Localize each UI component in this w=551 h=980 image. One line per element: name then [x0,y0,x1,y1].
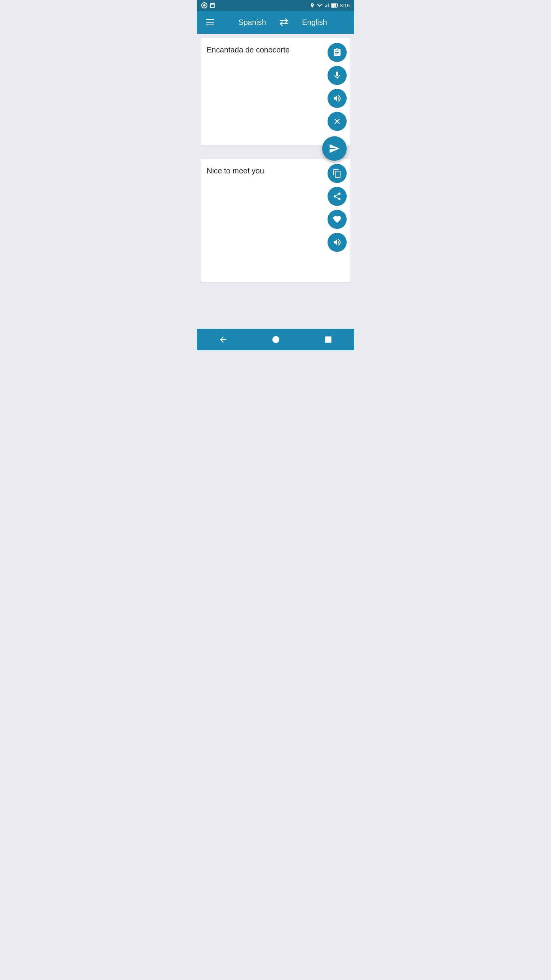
notification-icon [201,2,207,8]
speaker-icon [333,94,342,103]
copy-button[interactable] [328,164,347,183]
swap-languages-button[interactable] [274,15,294,30]
svg-rect-7 [325,336,331,343]
home-button[interactable] [267,331,285,348]
clipboard-icon [333,48,342,57]
time-display: 8:16 [340,3,350,8]
status-right-icons: ⚡ 8:16 [310,3,350,8]
close-icon [333,117,342,126]
menu-button[interactable] [203,16,217,28]
translate-button[interactable] [322,136,347,161]
output-text: Nice to meet you [207,165,346,176]
recents-icon [324,335,333,344]
back-button[interactable] [214,330,232,349]
microphone-button[interactable] [328,66,347,85]
favorite-button[interactable] [328,210,347,229]
sim-card-icon [210,3,215,8]
input-text: Encantada de conocerte [207,44,346,55]
svg-rect-3 [337,5,338,7]
clipboard-button[interactable] [328,43,347,62]
status-left-icons [201,2,215,8]
bottom-nav [197,329,354,350]
output-speaker-button[interactable] [328,233,347,252]
clear-button[interactable] [328,112,347,131]
target-language-button[interactable]: English [294,15,335,30]
svg-point-6 [272,336,279,343]
output-card: Nice to meet you [201,159,350,282]
copy-icon [333,169,342,178]
back-icon [218,335,228,344]
input-card: Encantada de conocerte [201,38,350,145]
svg-text:⚡: ⚡ [333,4,336,7]
main-content: Encantada de conocerte [197,34,354,329]
nav-center: Spanish English [217,15,348,30]
input-card-actions [328,43,347,131]
output-speaker-icon [333,238,342,247]
location-icon [310,3,315,8]
home-icon [272,335,280,344]
recents-button[interactable] [320,331,337,348]
battery-icon: ⚡ [331,3,339,8]
svg-rect-1 [211,5,214,7]
nav-bar: Spanish English [197,11,354,34]
wifi-icon [316,3,323,8]
heart-icon [333,215,342,224]
microphone-icon [333,71,342,80]
share-icon [333,192,342,201]
output-card-actions [328,164,347,252]
signal-icon [324,3,329,8]
send-icon [329,143,340,154]
input-speaker-button[interactable] [328,89,347,108]
status-bar: ⚡ 8:16 [197,0,354,11]
share-button[interactable] [328,187,347,206]
swap-icon [278,18,290,27]
source-language-button[interactable]: Spanish [231,15,274,30]
